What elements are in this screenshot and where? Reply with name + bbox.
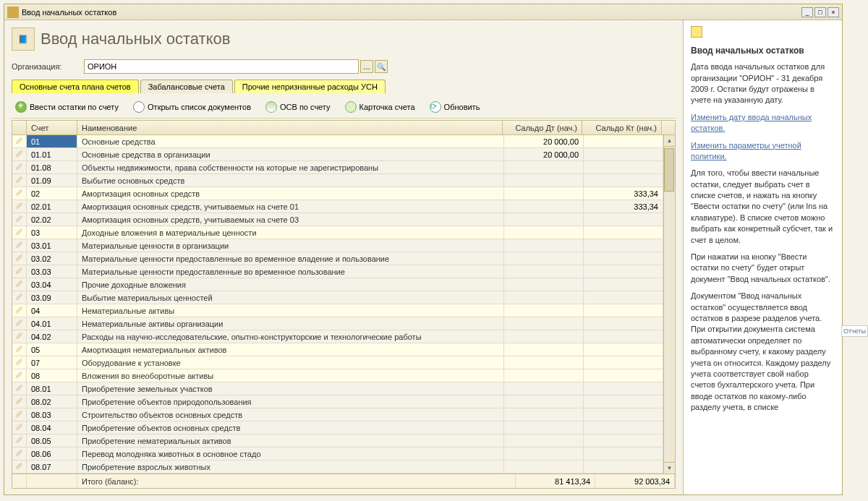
table-body[interactable]: ␥01Основные средства20 000,00␥01.01Основ… — [12, 135, 663, 474]
row-debit — [504, 408, 584, 421]
org-search-button[interactable]: 🔍 — [375, 60, 388, 73]
row-account: 08.03 — [27, 408, 77, 421]
titlebar: Ввод начальных остатков _ □ × — [4, 4, 842, 20]
row-icon: ␥ — [12, 304, 27, 317]
table-row[interactable]: ␥08.05Приобретение нематериальных активо… — [12, 434, 663, 448]
row-account: 08.01 — [27, 382, 77, 395]
maximize-button[interactable]: □ — [814, 7, 826, 17]
org-input[interactable]: ОРИОН — [84, 59, 359, 74]
table-row[interactable]: ␥08.01Приобретение земельных участков — [12, 382, 663, 395]
note-icon — [691, 26, 702, 38]
table-row[interactable]: ␥08.03Строительство объектов основных ср… — [12, 408, 663, 421]
row-credit — [584, 226, 663, 239]
table-row[interactable]: ␥03.02Материальные ценности предоставлен… — [12, 252, 663, 265]
row-debit: 20 000,00 — [504, 135, 584, 147]
table-row[interactable]: ␥01.08Объекты недвижимости, права собств… — [12, 161, 663, 174]
col-account-header[interactable]: Счет — [27, 121, 77, 134]
row-credit — [584, 356, 663, 369]
card-button[interactable]: Карточка счета — [341, 99, 419, 115]
table-row[interactable]: ␥08.07Приобретение взрослых животных — [12, 461, 663, 474]
refresh-button[interactable]: ⟳Обновить — [426, 99, 484, 115]
add-balance-button[interactable]: Ввести остатки по счету — [12, 99, 122, 115]
row-icon: ␥ — [12, 252, 27, 265]
help-p2: Для того, чтобы ввести начальные остатки… — [691, 168, 835, 246]
col-name-header[interactable]: Наименование — [77, 121, 503, 134]
row-credit — [584, 252, 663, 265]
table-row[interactable]: ␥03.09Выбытие материальных ценностей — [12, 291, 663, 304]
scroll-down-button[interactable]: ▼ — [664, 462, 675, 474]
table-row[interactable]: ␥02.01Амортизация основных средств, учит… — [12, 200, 663, 213]
row-credit: 333,34 — [584, 200, 663, 213]
table-row[interactable]: ␥01.01Основные средства в организации20 … — [12, 148, 663, 161]
footer-debit: 81 413,34 — [516, 474, 595, 488]
row-credit — [584, 317, 663, 330]
row-debit — [504, 187, 584, 200]
table-row[interactable]: ␥03.03Материальные ценности предоставлен… — [12, 265, 663, 278]
col-credit-header[interactable]: Сальдо Кт (нач.) — [582, 121, 662, 134]
row-debit: 20 000,00 — [504, 148, 584, 160]
row-debit — [504, 278, 584, 291]
row-name: Доходные вложения в материальные ценност… — [77, 226, 504, 239]
row-name: Амортизация основных средств, учитываемы… — [77, 200, 504, 213]
table-row[interactable]: ␥03.04Прочие доходные вложения — [12, 278, 663, 291]
row-account: 04.01 — [27, 317, 77, 330]
row-credit — [584, 434, 663, 447]
tab-1[interactable]: Забалансовые счета — [140, 80, 233, 93]
row-credit: 333,34 — [584, 187, 663, 200]
table-row[interactable]: ␥07Оборудование к установке — [12, 356, 663, 369]
table-row[interactable]: ␥02.02Амортизация основных средств, учит… — [12, 213, 663, 226]
table-row[interactable]: ␥08.02Приобретение объектов природопольз… — [12, 395, 663, 408]
footer-credit: 92 003,34 — [595, 474, 675, 488]
scroll-up-button[interactable]: ▲ — [664, 135, 675, 147]
osv-icon — [265, 101, 277, 113]
table-row[interactable]: ␥03.01Материальные ценности в организаци… — [12, 239, 663, 252]
row-name: Материальные ценности предоставленные во… — [77, 265, 504, 278]
row-icon: ␥ — [12, 161, 27, 174]
side-label-reports[interactable]: Отчеты — [841, 325, 868, 337]
table-row[interactable]: ␥01Основные средства20 000,00 — [12, 135, 663, 148]
table-row[interactable]: ␥03Доходные вложения в материальные ценн… — [12, 226, 663, 239]
tab-2[interactable]: Прочие непризнанные расходы УСН — [234, 80, 386, 93]
card-icon — [345, 101, 357, 113]
row-debit — [504, 239, 584, 252]
close-button[interactable]: × — [827, 7, 839, 17]
row-name: Вложения во внеоборотные активы — [77, 369, 504, 382]
change-date-link[interactable]: Изменить дату ввода начальных остатков. — [691, 112, 835, 134]
table-row[interactable]: ␥01.09Выбытие основных средств — [12, 174, 663, 187]
row-debit — [504, 161, 584, 174]
row-name: Выбытие материальных ценностей — [77, 291, 504, 304]
table-row[interactable]: ␥08.06Перевод молодняка животных в основ… — [12, 448, 663, 461]
row-name: Амортизация нематериальных активов — [77, 343, 504, 356]
table-row[interactable]: ␥08.04Приобретение объектов основных сре… — [12, 421, 663, 434]
row-credit — [584, 239, 663, 252]
col-debit-header[interactable]: Сальдо Дт (нач.) — [503, 121, 582, 134]
osv-button[interactable]: ОСВ по счету — [262, 99, 334, 115]
table-row[interactable]: ␥02Амортизация основных средств333,34 — [12, 187, 663, 200]
table-row[interactable]: ␥08Вложения во внеоборотные активы — [12, 369, 663, 382]
tab-0[interactable]: Основные счета плана счетов — [12, 80, 139, 93]
table-row[interactable]: ␥04Нематериальные активы — [12, 304, 663, 317]
vertical-scrollbar[interactable]: ▲ ▼ — [663, 135, 675, 474]
table-row[interactable]: ␥04.02Расходы на научно-исследовательски… — [12, 330, 663, 343]
table-row[interactable]: ␥05Амортизация нематериальных активов — [12, 343, 663, 356]
page-title: Ввод начальных остатков — [41, 30, 230, 48]
row-account: 08.07 — [27, 461, 77, 473]
row-debit — [504, 304, 584, 317]
minimize-button[interactable]: _ — [801, 7, 813, 17]
org-choose-button[interactable]: … — [360, 60, 373, 73]
row-name: Объекты недвижимости, права собственност… — [77, 161, 504, 174]
row-credit — [584, 135, 663, 147]
table-row[interactable]: ␥04.01Нематериальные активы организации — [12, 317, 663, 330]
scroll-thumb[interactable] — [664, 148, 674, 192]
row-icon: ␥ — [12, 382, 27, 395]
row-account: 08.05 — [27, 434, 77, 447]
open-docs-button[interactable]: Открыть список документов — [129, 99, 255, 115]
row-debit — [504, 421, 584, 434]
row-debit — [504, 226, 584, 239]
change-policy-link[interactable]: Изменить параметры учетной политики. — [691, 140, 835, 163]
page-icon: 📘 — [12, 27, 35, 51]
row-name: Приобретение объектов основных средств — [77, 421, 504, 434]
plus-icon — [15, 101, 27, 113]
document-icon — [133, 101, 145, 113]
col-scroll-header — [662, 121, 675, 134]
